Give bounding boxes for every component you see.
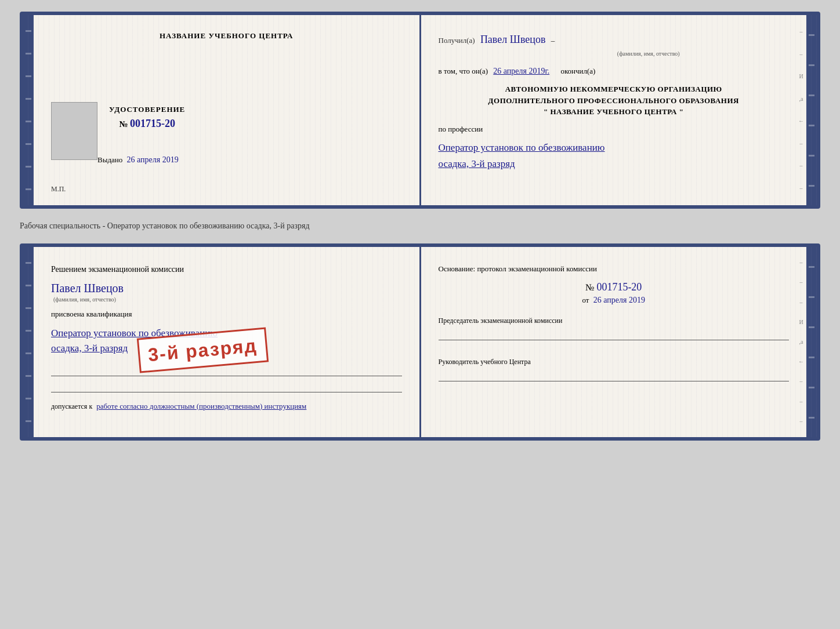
document-card-2: Решением экзаменационной комиссии Павел …	[20, 243, 820, 441]
dash: –	[551, 36, 555, 45]
received-label: Получил(а)	[439, 36, 475, 45]
spine-right-2	[806, 247, 817, 437]
vertical-marks-1: –– И,а ←– ––	[796, 15, 806, 205]
mp-label: М.П.	[51, 185, 66, 194]
chairman-sig	[439, 331, 790, 340]
doc2-date-row: от 26 апреля 2019	[439, 296, 790, 305]
issued-label: Выдано	[97, 155, 122, 164]
separator-text: Рабочая специальность - Оператор установ…	[20, 218, 820, 234]
fio-sublabel-1: (фамилия, имя, отчество)	[508, 50, 790, 57]
date-value: 26 апреля 2019г.	[493, 67, 549, 75]
stamp-text: 3-й разряд	[147, 334, 258, 366]
issued-date: 26 апреля 2019	[127, 155, 179, 164]
chairman-label: Председатель экзаменационной комиссии	[439, 317, 790, 325]
allowed-row: допускается к работе согласно должностны…	[51, 402, 402, 411]
allowed-value: работе согласно должностным (производств…	[96, 402, 306, 410]
number-value: 001715-20	[596, 281, 642, 293]
doc2-person-name: Павел Швецов	[51, 282, 402, 295]
finished-label: окончил(а)	[560, 67, 595, 75]
spine-left-2	[23, 247, 34, 437]
profession-line2: осадка, 3-й разряд	[439, 157, 790, 171]
spine-right-1	[806, 15, 817, 205]
sig-line-2	[51, 381, 402, 392]
vertical-marks-2: –– –И ,а← –– –	[796, 247, 806, 437]
profession-line1: Оператор установок по обезвоживанию	[439, 141, 790, 155]
head-sig	[439, 372, 790, 381]
date-prefix: от	[582, 296, 589, 304]
fio-sublabel-2: (фамилия, имя, отчество)	[53, 296, 402, 303]
document-card-1: НАЗВАНИЕ УЧЕБНОГО ЦЕНТРА УДОСТОВЕРЕНИЕ №…	[20, 12, 820, 209]
by-profession-label: по профессии	[439, 125, 483, 133]
allowed-label: допускается к	[51, 402, 92, 410]
number-prefix: №	[585, 282, 594, 292]
org-line2: ДОПОЛНИТЕЛЬНОГО ПРОФЕССИОНАЛЬНОГО ОБРАЗО…	[439, 95, 790, 107]
chairman-sig-line	[439, 331, 790, 340]
doc1-left: НАЗВАНИЕ УЧЕБНОГО ЦЕНТРА УДОСТОВЕРЕНИЕ №…	[34, 15, 419, 205]
received-row: Получил(а) Павел Швецов –	[439, 31, 790, 48]
in-that-label: в том, что он(а)	[439, 67, 488, 75]
head-label: Руководитель учебного Центра	[439, 358, 790, 366]
page-wrapper: НАЗВАНИЕ УЧЕБНОГО ЦЕНТРА УДОСТОВЕРЕНИЕ №…	[20, 12, 820, 441]
received-name: Павел Швецов	[480, 34, 546, 45]
basis-label: Основание: протокол экзаменационной коми…	[439, 263, 790, 275]
cert-label: УДОСТОВЕРЕНИЕ	[109, 105, 185, 114]
head-sig-line	[439, 372, 790, 381]
org-block: АВТОНОМНУЮ НЕКОММЕРЧЕСКУЮ ОРГАНИЗАЦИЮ ДО…	[439, 83, 790, 118]
photo-placeholder	[51, 102, 97, 160]
cert-number: № 001715-20	[109, 118, 185, 130]
in-that-row: в том, что он(а) 26 апреля 2019г. окончи…	[439, 65, 790, 78]
doc2-number-row: № 001715-20	[439, 281, 790, 293]
by-profession-row: по профессии	[439, 123, 790, 136]
qualification-label: присвоена квалификация	[51, 308, 402, 321]
sig-line-1	[51, 365, 402, 376]
spine-left-1	[23, 15, 34, 205]
doc2-right: Основание: протокол экзаменационной коми…	[421, 247, 807, 437]
doc2-date-value: 26 апреля 2019	[593, 296, 645, 304]
decision-label: Решением экзаменационной комиссии	[51, 263, 402, 276]
org-line1: АВТОНОМНУЮ НЕКОММЕРЧЕСКУЮ ОРГАНИЗАЦИЮ	[439, 83, 790, 95]
doc1-school-title: НАЗВАНИЕ УЧЕБНОГО ЦЕНТРА	[51, 31, 402, 41]
doc2-left: Решением экзаменационной комиссии Павел …	[34, 247, 419, 437]
doc1-right: Получил(а) Павел Швецов – (фамилия, имя,…	[421, 15, 807, 205]
org-name-row: " НАЗВАНИЕ УЧЕБНОГО ЦЕНТРА "	[439, 106, 790, 118]
